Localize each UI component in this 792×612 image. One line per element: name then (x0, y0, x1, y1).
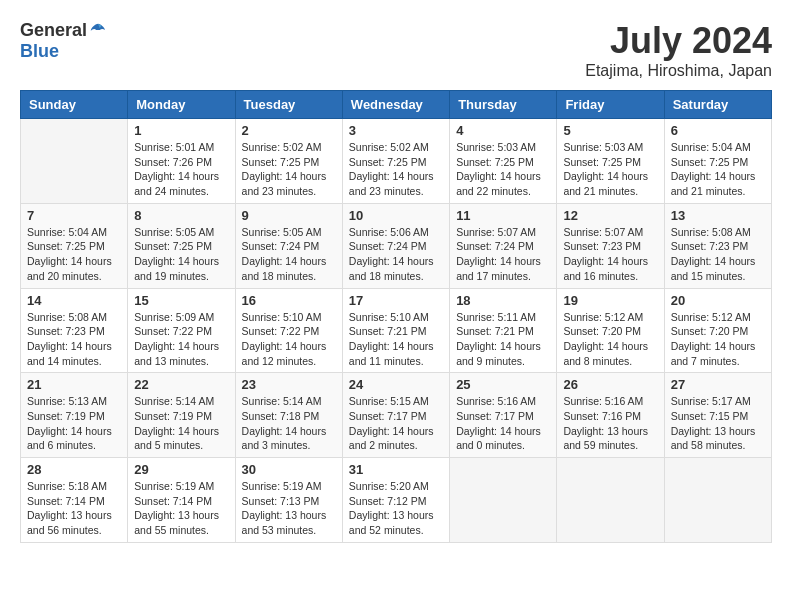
day-number: 30 (242, 462, 336, 477)
day-info: Sunrise: 5:01 AM Sunset: 7:26 PM Dayligh… (134, 140, 228, 199)
day-info: Sunrise: 5:06 AM Sunset: 7:24 PM Dayligh… (349, 225, 443, 284)
calendar-day-cell: 10Sunrise: 5:06 AM Sunset: 7:24 PM Dayli… (342, 203, 449, 288)
logo-blue-text: Blue (20, 41, 59, 62)
calendar-day-cell (557, 458, 664, 543)
day-info: Sunrise: 5:14 AM Sunset: 7:18 PM Dayligh… (242, 394, 336, 453)
calendar-day-cell: 11Sunrise: 5:07 AM Sunset: 7:24 PM Dayli… (450, 203, 557, 288)
day-info: Sunrise: 5:10 AM Sunset: 7:21 PM Dayligh… (349, 310, 443, 369)
calendar-weekday-header: Sunday (21, 91, 128, 119)
day-info: Sunrise: 5:10 AM Sunset: 7:22 PM Dayligh… (242, 310, 336, 369)
day-number: 10 (349, 208, 443, 223)
calendar-day-cell: 5Sunrise: 5:03 AM Sunset: 7:25 PM Daylig… (557, 119, 664, 204)
calendar-day-cell: 3Sunrise: 5:02 AM Sunset: 7:25 PM Daylig… (342, 119, 449, 204)
day-number: 22 (134, 377, 228, 392)
day-info: Sunrise: 5:05 AM Sunset: 7:24 PM Dayligh… (242, 225, 336, 284)
day-number: 19 (563, 293, 657, 308)
calendar-day-cell: 4Sunrise: 5:03 AM Sunset: 7:25 PM Daylig… (450, 119, 557, 204)
calendar-weekday-header: Wednesday (342, 91, 449, 119)
calendar-day-cell: 29Sunrise: 5:19 AM Sunset: 7:14 PM Dayli… (128, 458, 235, 543)
calendar-day-cell: 8Sunrise: 5:05 AM Sunset: 7:25 PM Daylig… (128, 203, 235, 288)
logo-general-text: General (20, 20, 87, 41)
calendar-day-cell: 28Sunrise: 5:18 AM Sunset: 7:14 PM Dayli… (21, 458, 128, 543)
day-number: 3 (349, 123, 443, 138)
calendar-day-cell: 18Sunrise: 5:11 AM Sunset: 7:21 PM Dayli… (450, 288, 557, 373)
calendar-day-cell: 17Sunrise: 5:10 AM Sunset: 7:21 PM Dayli… (342, 288, 449, 373)
calendar-day-cell: 1Sunrise: 5:01 AM Sunset: 7:26 PM Daylig… (128, 119, 235, 204)
day-number: 24 (349, 377, 443, 392)
calendar-weekday-header: Friday (557, 91, 664, 119)
day-number: 20 (671, 293, 765, 308)
calendar-day-cell: 14Sunrise: 5:08 AM Sunset: 7:23 PM Dayli… (21, 288, 128, 373)
calendar-day-cell: 13Sunrise: 5:08 AM Sunset: 7:23 PM Dayli… (664, 203, 771, 288)
day-info: Sunrise: 5:07 AM Sunset: 7:24 PM Dayligh… (456, 225, 550, 284)
day-info: Sunrise: 5:11 AM Sunset: 7:21 PM Dayligh… (456, 310, 550, 369)
calendar-day-cell: 22Sunrise: 5:14 AM Sunset: 7:19 PM Dayli… (128, 373, 235, 458)
location-title: Etajima, Hiroshima, Japan (585, 62, 772, 80)
calendar-day-cell: 24Sunrise: 5:15 AM Sunset: 7:17 PM Dayli… (342, 373, 449, 458)
day-info: Sunrise: 5:05 AM Sunset: 7:25 PM Dayligh… (134, 225, 228, 284)
day-number: 7 (27, 208, 121, 223)
day-number: 25 (456, 377, 550, 392)
day-info: Sunrise: 5:03 AM Sunset: 7:25 PM Dayligh… (456, 140, 550, 199)
day-number: 17 (349, 293, 443, 308)
day-number: 2 (242, 123, 336, 138)
day-info: Sunrise: 5:09 AM Sunset: 7:22 PM Dayligh… (134, 310, 228, 369)
calendar-week-row: 7Sunrise: 5:04 AM Sunset: 7:25 PM Daylig… (21, 203, 772, 288)
day-number: 15 (134, 293, 228, 308)
day-info: Sunrise: 5:12 AM Sunset: 7:20 PM Dayligh… (563, 310, 657, 369)
day-number: 1 (134, 123, 228, 138)
calendar-day-cell: 2Sunrise: 5:02 AM Sunset: 7:25 PM Daylig… (235, 119, 342, 204)
calendar-day-cell: 6Sunrise: 5:04 AM Sunset: 7:25 PM Daylig… (664, 119, 771, 204)
day-info: Sunrise: 5:12 AM Sunset: 7:20 PM Dayligh… (671, 310, 765, 369)
calendar-header-row: SundayMondayTuesdayWednesdayThursdayFrid… (21, 91, 772, 119)
calendar-day-cell: 16Sunrise: 5:10 AM Sunset: 7:22 PM Dayli… (235, 288, 342, 373)
day-info: Sunrise: 5:16 AM Sunset: 7:16 PM Dayligh… (563, 394, 657, 453)
calendar-day-cell: 15Sunrise: 5:09 AM Sunset: 7:22 PM Dayli… (128, 288, 235, 373)
day-info: Sunrise: 5:18 AM Sunset: 7:14 PM Dayligh… (27, 479, 121, 538)
day-number: 4 (456, 123, 550, 138)
logo-bird-icon (89, 22, 107, 40)
title-area: July 2024 Etajima, Hiroshima, Japan (585, 20, 772, 80)
calendar-day-cell: 26Sunrise: 5:16 AM Sunset: 7:16 PM Dayli… (557, 373, 664, 458)
calendar-week-row: 28Sunrise: 5:18 AM Sunset: 7:14 PM Dayli… (21, 458, 772, 543)
day-info: Sunrise: 5:15 AM Sunset: 7:17 PM Dayligh… (349, 394, 443, 453)
calendar-day-cell: 30Sunrise: 5:19 AM Sunset: 7:13 PM Dayli… (235, 458, 342, 543)
calendar-day-cell: 27Sunrise: 5:17 AM Sunset: 7:15 PM Dayli… (664, 373, 771, 458)
day-number: 11 (456, 208, 550, 223)
page-header: General Blue July 2024 Etajima, Hiroshim… (20, 20, 772, 80)
day-number: 8 (134, 208, 228, 223)
day-number: 23 (242, 377, 336, 392)
calendar-day-cell (21, 119, 128, 204)
day-info: Sunrise: 5:19 AM Sunset: 7:13 PM Dayligh… (242, 479, 336, 538)
day-info: Sunrise: 5:17 AM Sunset: 7:15 PM Dayligh… (671, 394, 765, 453)
logo: General Blue (20, 20, 107, 62)
day-number: 14 (27, 293, 121, 308)
calendar-weekday-header: Tuesday (235, 91, 342, 119)
day-number: 5 (563, 123, 657, 138)
day-number: 21 (27, 377, 121, 392)
calendar-day-cell: 19Sunrise: 5:12 AM Sunset: 7:20 PM Dayli… (557, 288, 664, 373)
calendar-table: SundayMondayTuesdayWednesdayThursdayFrid… (20, 90, 772, 543)
calendar-day-cell: 7Sunrise: 5:04 AM Sunset: 7:25 PM Daylig… (21, 203, 128, 288)
calendar-weekday-header: Saturday (664, 91, 771, 119)
calendar-weekday-header: Thursday (450, 91, 557, 119)
day-number: 29 (134, 462, 228, 477)
month-title: July 2024 (585, 20, 772, 62)
day-info: Sunrise: 5:08 AM Sunset: 7:23 PM Dayligh… (671, 225, 765, 284)
day-info: Sunrise: 5:14 AM Sunset: 7:19 PM Dayligh… (134, 394, 228, 453)
day-info: Sunrise: 5:02 AM Sunset: 7:25 PM Dayligh… (349, 140, 443, 199)
day-info: Sunrise: 5:02 AM Sunset: 7:25 PM Dayligh… (242, 140, 336, 199)
day-number: 31 (349, 462, 443, 477)
day-number: 18 (456, 293, 550, 308)
day-info: Sunrise: 5:07 AM Sunset: 7:23 PM Dayligh… (563, 225, 657, 284)
calendar-week-row: 14Sunrise: 5:08 AM Sunset: 7:23 PM Dayli… (21, 288, 772, 373)
day-number: 27 (671, 377, 765, 392)
day-number: 16 (242, 293, 336, 308)
calendar-day-cell: 21Sunrise: 5:13 AM Sunset: 7:19 PM Dayli… (21, 373, 128, 458)
day-number: 28 (27, 462, 121, 477)
calendar-day-cell: 31Sunrise: 5:20 AM Sunset: 7:12 PM Dayli… (342, 458, 449, 543)
calendar-day-cell (450, 458, 557, 543)
day-number: 26 (563, 377, 657, 392)
day-info: Sunrise: 5:16 AM Sunset: 7:17 PM Dayligh… (456, 394, 550, 453)
day-info: Sunrise: 5:03 AM Sunset: 7:25 PM Dayligh… (563, 140, 657, 199)
